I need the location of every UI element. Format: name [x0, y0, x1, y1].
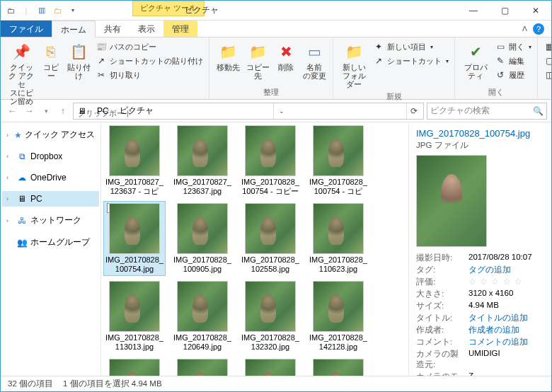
tree-onedrive[interactable]: ›☁OneDrive: [2, 170, 99, 185]
ribbon: 📌クイック アクセ スにピン留め ⎘コピー 📋貼り付け 📰パスのコピー ↗ショー…: [1, 38, 551, 100]
details-properties: 撮影日時:2017/08/28 10:07 タグ:タグの追加 評価:☆ ☆ ☆ …: [416, 253, 544, 376]
file-item[interactable]: IMG_20170828_102558.jpg: [240, 202, 301, 275]
file-item[interactable]: IMG_20170828_110623.jpg: [308, 202, 369, 275]
file-name: IMG_20170828_142128.jpg: [309, 332, 367, 352]
maximize-button[interactable]: ▢: [489, 1, 520, 21]
pc-icon: 🖥: [16, 193, 28, 204]
folder-icon: 🗀: [5, 5, 16, 16]
help-icon[interactable]: ?: [533, 23, 544, 35]
thumbnail: [313, 281, 364, 332]
move-icon: 📁: [218, 42, 238, 62]
status-selection: 1 個の項目を選択 4.94 MB: [63, 379, 162, 389]
close-button[interactable]: ✕: [520, 1, 551, 21]
new-item-button[interactable]: ✦新しい項目▾: [372, 40, 450, 53]
back-button[interactable]: ←: [5, 104, 19, 118]
properties-button[interactable]: ✔プロパティ: [459, 40, 492, 81]
navigation-pane: ›★クイック アクセス ›⧉Dropbox ›☁OneDrive ›🖥PC ›🖧…: [1, 122, 101, 376]
move-to-button[interactable]: 📁移動先: [214, 40, 242, 73]
file-item[interactable]: IMG_20170828_120649.jpg: [172, 279, 233, 353]
recent-dropdown[interactable]: ▾: [39, 104, 53, 118]
minimize-button[interactable]: —: [458, 1, 489, 21]
cut-button[interactable]: ✂切り取り: [94, 69, 205, 81]
up-button[interactable]: ↑: [56, 104, 70, 118]
tab-view[interactable]: 表示: [130, 21, 163, 37]
edit-button[interactable]: ✎編集: [493, 54, 533, 67]
rating-stars[interactable]: ☆ ☆ ☆ ☆ ☆: [468, 277, 544, 287]
file-item[interactable]: ✓IMG_20170828_100754.jpg: [104, 202, 165, 275]
quick-access-toolbar: 🗀 | ▥ 🗀 ▾: [1, 5, 83, 16]
tree-quick-access[interactable]: ›★クイック アクセス: [2, 127, 99, 143]
file-name: IMG_20170827_123637 - コピー.jpg: [105, 176, 163, 196]
search-input[interactable]: ピクチャの検索 🔍: [427, 103, 547, 120]
select-none-button[interactable]: ▢選択解除: [542, 54, 552, 67]
title-bar: 🗀 | ▥ 🗀 ▾ ピクチャ ツール ピクチャ — ▢ ✕: [1, 1, 551, 21]
details-pane: IMG_20170828_100754.jpg JPG ファイル 撮影日時:20…: [408, 122, 551, 376]
file-item[interactable]: [104, 357, 165, 376]
address-dropdown-icon[interactable]: ⌄: [273, 103, 289, 119]
new-shortcut-button[interactable]: ↗ショートカット▾: [372, 54, 450, 67]
thumbnail: [109, 203, 160, 254]
group-label: 整理: [214, 86, 328, 98]
copy-button[interactable]: ⎘コピー: [39, 40, 63, 81]
paste-shortcut-button[interactable]: ↗ショートカットの貼り付け: [94, 54, 205, 67]
ribbon-group-new: 📁新しい フォルダー ✦新しい項目▾ ↗ショートカット▾ 新規: [333, 38, 455, 99]
search-icon: 🔍: [533, 106, 544, 116]
file-item[interactable]: IMG_20170827_123637.jpg: [172, 124, 233, 197]
copy-path-button[interactable]: 📰パスのコピー: [94, 40, 205, 53]
dropbox-icon: ⧉: [16, 151, 28, 162]
cut-icon: ✂: [96, 69, 107, 81]
forward-button[interactable]: →: [22, 104, 36, 118]
file-item[interactable]: IMG_20170828_113013.jpg: [104, 279, 165, 353]
new-folder-icon[interactable]: 🗀: [52, 5, 63, 16]
new-folder-button[interactable]: 📁新しい フォルダー: [338, 40, 370, 90]
refresh-button[interactable]: ⟳: [406, 103, 422, 119]
thumbnail: [313, 359, 364, 376]
file-item[interactable]: IMG_20170828_100754 - コピー (2).jpg: [240, 124, 301, 197]
file-item[interactable]: IMG_20170828_100905.jpg: [172, 202, 233, 275]
breadcrumb-pc[interactable]: PC›: [94, 106, 115, 116]
file-item[interactable]: [240, 357, 301, 376]
address-bar-row: ← → ▾ ↑ 🖥› PC› ピクチャ ⌄ ⟳ ピクチャの検索 🔍: [1, 100, 551, 122]
tab-file[interactable]: ファイル: [1, 21, 52, 37]
tree-network[interactable]: ›🖧ネットワーク: [2, 212, 99, 229]
file-list[interactable]: IMG_20170827_123637 - コピー.jpgIMG_2017082…: [101, 122, 408, 376]
pin-quick-access-button[interactable]: 📌クイック アクセ スにピン留め: [5, 40, 38, 107]
file-name: IMG_20170828_100754 - コピー.jpg: [309, 176, 367, 196]
thumbnail: [245, 125, 296, 176]
tab-manage[interactable]: 管理: [163, 21, 197, 37]
ribbon-tabs: ファイル ホーム 共有 表示 管理 ᐱ ?: [1, 21, 551, 38]
tree-dropbox[interactable]: ›⧉Dropbox: [2, 149, 99, 164]
file-item[interactable]: IMG_20170827_123637 - コピー.jpg: [104, 124, 165, 197]
rename-button[interactable]: ▭名前 の変更: [300, 40, 328, 81]
file-item[interactable]: IMG_20170828_100754 - コピー.jpg: [308, 124, 369, 197]
search-placeholder: ピクチャの検索: [430, 105, 490, 117]
breadcrumb-folder[interactable]: ピクチャ: [117, 105, 156, 117]
file-item[interactable]: [172, 357, 233, 376]
tree-homegroup[interactable]: 👥ホームグループ: [2, 234, 99, 250]
details-preview: [416, 155, 487, 247]
status-bar: 32 個の項目 1 個の項目を選択 4.94 MB: [1, 376, 551, 391]
thumbnail: [313, 203, 364, 254]
file-item[interactable]: IMG_20170828_142128.jpg: [308, 279, 369, 353]
thumbnail: [313, 125, 364, 176]
file-item[interactable]: IMG_20170828_132320.jpg: [240, 279, 301, 353]
shortcut-icon: ↗: [96, 55, 107, 67]
file-item[interactable]: [308, 357, 369, 376]
delete-button[interactable]: ✖削除: [273, 40, 299, 73]
invert-selection-button[interactable]: ◫選択の切り替え: [542, 69, 552, 81]
divider-icon: |: [21, 5, 32, 16]
collapse-ribbon-icon[interactable]: ᐱ: [522, 25, 527, 33]
select-all-button[interactable]: ▦すべて選択: [542, 40, 552, 53]
properties-icon[interactable]: ▥: [36, 5, 47, 16]
address-bar[interactable]: 🖥› PC› ピクチャ ⌄ ⟳: [73, 103, 424, 120]
paste-button[interactable]: 📋貼り付け: [64, 40, 93, 81]
history-button[interactable]: ↺履歴: [493, 69, 533, 81]
tab-home[interactable]: ホーム: [52, 21, 96, 38]
qat-dropdown-icon[interactable]: ▾: [67, 5, 79, 16]
copy-to-button[interactable]: 📁コピー先: [243, 40, 272, 81]
tree-pc[interactable]: ›🖥PC: [2, 191, 99, 207]
thumbnail: [109, 125, 160, 176]
tab-share[interactable]: 共有: [96, 21, 130, 37]
open-button[interactable]: ▭開く▾: [493, 40, 533, 53]
pc-icon[interactable]: 🖥›: [75, 106, 93, 116]
